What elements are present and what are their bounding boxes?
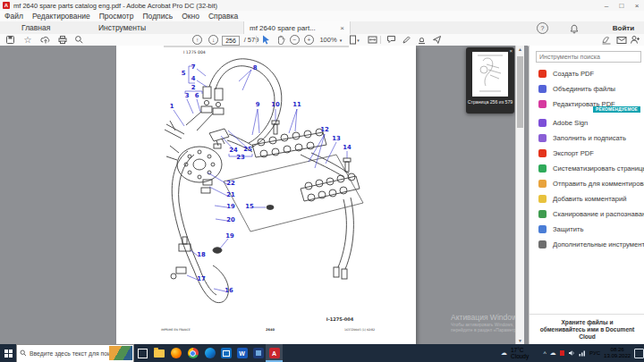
scroll-down-icon[interactable]: ▼ [516,337,524,344]
search-highlight-image[interactable] [109,346,132,360]
acrobat-tray-icon[interactable] [560,350,564,356]
scroll-up-icon[interactable]: ▲ [516,46,524,53]
upload-cloud-icon[interactable] [39,34,52,46]
notifications-bell-icon[interactable] [570,22,579,35]
document-scrollbar[interactable]: ▲ ▼ [515,46,524,344]
minimize-button[interactable]: – [599,0,614,11]
taskbar-app-edge[interactable] [201,344,218,362]
tab-home[interactable]: Главная [21,21,50,34]
email-icon[interactable] [615,34,628,46]
taskbar-app-photos[interactable] [250,344,267,362]
taskbar-app-file-explorer[interactable] [150,344,167,362]
tab-document[interactable]: mf 2640 spare part... × [243,21,351,34]
menu-sign[interactable]: Подпись [143,12,174,21]
part-number-callout: 23 [236,154,245,161]
export-pdf-icon [538,149,547,157]
taskbar-app-store[interactable] [217,344,234,362]
language-indicator[interactable]: РУС [589,350,600,356]
sidebar-item-send-for-comments[interactable]: Отправить для комментирования [530,177,644,190]
weather-cloud-icon: ☁ [501,349,507,357]
tool-search-input[interactable] [536,51,641,63]
favorites-star-icon[interactable]: ☆ [21,34,34,46]
promo-text: Храните файлы и обменивайтесь ими в Docu… [538,319,636,341]
taskbar-clock[interactable]: 08:26 13.09.2022 [604,347,631,359]
page-fit-icon[interactable]: ▾ [347,34,361,46]
tab-tools[interactable]: Инструменты [98,21,146,34]
zoom-in-icon[interactable]: + [303,34,315,46]
store-icon [221,348,232,358]
signature-pen-icon[interactable] [600,34,613,46]
part-number-callout: 8 [253,64,258,72]
menu-window[interactable]: Окно [182,12,199,21]
page-number-input[interactable] [222,36,240,46]
onedrive-cloud-icon[interactable]: ☁ [550,349,556,357]
save-icon[interactable] [4,34,16,46]
hand-tool-icon[interactable] [275,34,286,46]
select-tool-icon[interactable] [260,34,272,46]
acrobat-logo-icon: A [3,2,10,9]
menu-help[interactable]: Справка [208,12,238,21]
taskbar-app-firefox[interactable] [167,344,184,362]
taskbar-app-acrobat[interactable]: A [266,344,283,362]
action-center-icon[interactable] [634,349,644,358]
more-tools-icon [538,240,547,248]
next-page-icon[interactable]: ↓ [208,34,219,46]
menu-file[interactable]: Файл [4,12,23,21]
print-icon[interactable] [56,34,69,46]
zoom-out-icon[interactable]: − [289,34,301,46]
task-view-button[interactable] [134,344,151,362]
taskbar-app-word[interactable]: W [233,344,250,362]
popup-close-icon[interactable]: × [509,48,513,54]
sidebar-item-scan-ocr[interactable]: Сканирование и распознавание [530,207,644,221]
part-number-callout: 25 [243,146,252,153]
sign-in-button[interactable]: Войти [608,21,639,34]
scrollbar-thumb[interactable] [517,56,523,128]
page-scroll-popup: × Страница 256 из 579 [466,47,514,114]
sidebar-item-create-pdf[interactable]: Создать PDF [530,67,644,80]
sidebar-item-organize-pages[interactable]: Систематизировать страницы [530,162,644,175]
comment-icon[interactable] [385,34,397,46]
previous-page-icon[interactable]: ↑ [191,34,203,46]
footer-left: IMPRIME EN FRANCE [161,328,191,332]
find-icon[interactable] [72,34,85,46]
part-number-callout: 7 [191,63,196,71]
sidebar-item-more-tools[interactable]: Дополнительные инструменты [530,238,644,251]
part-number-callout: 24 [229,147,238,154]
tab-close-icon[interactable]: × [340,24,344,32]
sidebar-item-fill-sign[interactable]: Заполнить и подписать [530,131,644,145]
taskbar-search[interactable]: Введите здесь текст для поиска [16,344,134,362]
sidebar-item-adobe-sign[interactable]: Adobe Sign [530,116,644,130]
sidebar-item-add-comment[interactable]: Добавить комментарий [530,192,644,206]
part-number-callout: 20 [226,216,235,223]
menu-edit[interactable]: Редактирование [32,12,90,21]
close-button[interactable]: × [630,0,644,11]
volume-icon[interactable] [568,349,575,358]
sidebar-item-export-pdf[interactable]: Экспорт PDF [530,147,644,160]
part-number-callout: 1 [170,103,174,110]
organize-pages-icon [538,164,547,173]
pen-icon[interactable] [400,34,412,46]
sidebar-item-protect[interactable]: Защитить [530,223,644,236]
part-number-callout: 15 [245,203,254,210]
maximize-button[interactable]: □ [614,0,629,11]
photos-icon [253,348,264,358]
part-number-callout: 4 [191,75,196,82]
stamp-icon[interactable] [415,34,428,46]
hidden-icons-chevron[interactable]: ^ [543,350,546,357]
fill-sign-icon [538,134,547,142]
send-for-comments-icon [538,180,547,188]
zoom-dropdown-caret-icon[interactable]: ▾ [337,34,344,46]
network-icon[interactable] [579,349,586,358]
tools-sidebar: Создать PDF Объединить файлы Редактирова… [529,46,644,344]
add-comment-icon [538,195,547,203]
sidebar-item-combine-files[interactable]: Объединить файлы [530,82,644,96]
send-share-icon[interactable] [430,34,443,46]
add-user-icon[interactable] [629,34,641,46]
start-button[interactable] [0,344,16,362]
taskbar-app-chrome[interactable] [184,344,201,362]
fit-width-icon[interactable] [366,34,378,46]
menu-view[interactable]: Просмотр [99,12,134,21]
help-icon[interactable]: ? [537,22,548,34]
weather-label[interactable]: 17°C Cloudy [511,347,539,359]
zoom-level-value[interactable]: 100% [318,34,338,46]
